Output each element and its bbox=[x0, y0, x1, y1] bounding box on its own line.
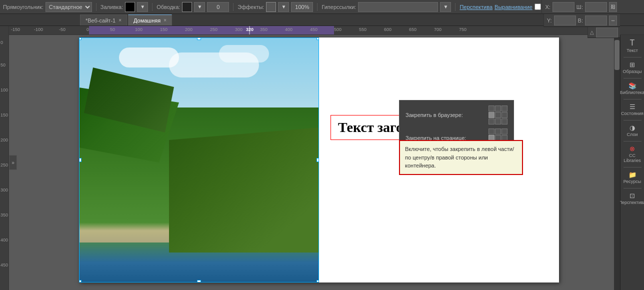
align-link[interactable]: Выравнивание bbox=[494, 4, 532, 10]
ruler-content: -150 -100 -50 0 50 100 150 200 250 300 3… bbox=[9, 26, 644, 34]
w-input[interactable]: 480 bbox=[585, 2, 607, 12]
page-anchor-cell-1[interactable] bbox=[488, 128, 494, 134]
ruler-mark-250: 250 bbox=[210, 27, 218, 32]
angle-triangle-icon: △ bbox=[590, 30, 594, 35]
perspective-link[interactable]: Перспектива bbox=[460, 4, 492, 10]
anchor-browser-row: Закрепить в браузере: bbox=[406, 106, 508, 124]
hyperlink-label: Гиперссылки: bbox=[322, 4, 356, 10]
ruler-center-label: 320 bbox=[246, 27, 254, 32]
tab-website-close[interactable]: × bbox=[118, 18, 122, 23]
ruler-mark-300: 300 bbox=[235, 27, 242, 32]
tooltip-description: Включите, чтобы закрепить в левой части/… bbox=[399, 140, 523, 175]
ruler-corner bbox=[0, 26, 9, 35]
h-label: В: bbox=[578, 18, 583, 24]
panel-sep-1 bbox=[624, 57, 642, 58]
stroke-label: Обводка: bbox=[156, 4, 180, 10]
layers-icon: ◑ bbox=[630, 124, 635, 131]
v-ruler-mark-0: 0 bbox=[0, 40, 3, 45]
ruler-mark-50: 50 bbox=[110, 27, 115, 32]
effects-swatch[interactable] bbox=[266, 2, 276, 12]
v-ruler-mark-150: 150 bbox=[0, 112, 8, 118]
opacity-input[interactable] bbox=[291, 2, 313, 12]
panel-item-cc[interactable]: ⊗ CC Libraries bbox=[622, 144, 642, 165]
tab-home-close[interactable]: × bbox=[164, 18, 166, 23]
y-input[interactable]: 0 bbox=[554, 16, 576, 26]
yh-props-strip: Y: 0 В: 799 ↔ bbox=[544, 14, 620, 27]
panel-item-states[interactable]: ☰ Состояния bbox=[622, 102, 642, 118]
stroke-width-input[interactable] bbox=[207, 2, 229, 12]
panel-sep-3 bbox=[624, 99, 642, 100]
panel-item-perspective[interactable]: ⊡ Перспектива bbox=[622, 190, 642, 207]
separator-1 bbox=[96, 3, 96, 11]
angle-input[interactable]: 0° bbox=[596, 28, 618, 38]
ruler-mark-500: 500 bbox=[334, 27, 342, 32]
canvas-area[interactable]: Текст заголовка Закрепить в браузере: bbox=[9, 35, 620, 290]
panel-item-samples[interactable]: ⊞ Образцы bbox=[622, 60, 642, 76]
ruler-mark-650: 650 bbox=[409, 27, 416, 32]
ruler-mark-750: 750 bbox=[459, 27, 466, 32]
h-input[interactable]: 799 bbox=[585, 16, 607, 26]
anchor-cell-6[interactable] bbox=[502, 112, 508, 118]
fill-swatch[interactable] bbox=[125, 2, 135, 12]
ruler-mark--50: -50 bbox=[59, 27, 66, 32]
tab-website[interactable]: *Веб-сайт-1 × bbox=[80, 14, 127, 26]
v-ruler-mark-50: 50 bbox=[0, 62, 6, 68]
ruler-mark--150: -150 bbox=[11, 27, 20, 32]
panel-item-assets[interactable]: 📁 Ресурсы bbox=[622, 170, 642, 186]
stroke-swatch[interactable] bbox=[182, 2, 192, 12]
panel-sep-7 bbox=[624, 188, 642, 188]
ruler-mark-200: 200 bbox=[185, 27, 192, 32]
page-anchor-cell-3[interactable] bbox=[502, 128, 508, 134]
ruler-mark-450: 450 bbox=[310, 27, 318, 32]
ruler-mark-400: 400 bbox=[285, 27, 292, 32]
anchor-cell-8[interactable] bbox=[495, 118, 501, 124]
ruler-mark-0: 0 bbox=[86, 27, 89, 32]
handle-bm bbox=[197, 280, 201, 282]
expand-arrow[interactable]: » bbox=[9, 155, 17, 170]
canvas-image-block[interactable] bbox=[79, 38, 319, 282]
chain-link-icon[interactable]: ⛓ bbox=[609, 2, 617, 12]
tooltip-text: Включите, чтобы закрепить в левой части/… bbox=[405, 146, 514, 168]
perspective-icon: ⊡ bbox=[630, 192, 635, 199]
v-scrollbar-thumb[interactable] bbox=[614, 40, 620, 70]
v-ruler-mark-100: 100 bbox=[0, 88, 8, 92]
handle-tl bbox=[79, 38, 82, 40]
hyperlink-input[interactable]: Добавить или фильтровать... bbox=[358, 2, 438, 12]
fill-dropdown-btn[interactable]: ▼ bbox=[137, 2, 148, 12]
fill-label: Заливка: bbox=[100, 4, 123, 10]
shape-type-select[interactable]: Стандартное bbox=[46, 2, 92, 12]
anchor-cell-2[interactable] bbox=[495, 106, 501, 112]
stroke-dropdown-btn[interactable]: ▼ bbox=[194, 2, 205, 12]
anchor-browser-label: Закрепить в браузере: bbox=[406, 112, 463, 118]
anchor-cell-4[interactable] bbox=[488, 112, 494, 118]
panel-sep-5 bbox=[624, 141, 642, 142]
effects-dropdown-btn[interactable]: ▼ bbox=[278, 2, 289, 12]
footer-checkbox[interactable] bbox=[534, 4, 541, 10]
effects-label: Эффекты: bbox=[238, 4, 264, 10]
v-scrollbar[interactable] bbox=[614, 35, 620, 290]
anchor-cell-5[interactable] bbox=[495, 112, 501, 118]
panel-item-text[interactable]: T Текст bbox=[622, 37, 642, 55]
panel-item-layers[interactable]: ◑ Слои bbox=[622, 122, 642, 139]
handle-br bbox=[316, 280, 319, 282]
page-anchor-cell-2[interactable] bbox=[495, 128, 501, 134]
y-label: Y: bbox=[547, 18, 552, 24]
handle-tr bbox=[316, 38, 319, 40]
ruler-mark-550: 550 bbox=[359, 27, 366, 32]
ruler-mark-150: 150 bbox=[160, 27, 168, 32]
anchor-cell-3[interactable] bbox=[502, 106, 508, 112]
anchor-cell-7[interactable] bbox=[488, 118, 494, 124]
handle-tm bbox=[197, 38, 201, 40]
anchor-cell-1[interactable] bbox=[488, 106, 494, 112]
panel-item-library[interactable]: 📚 Библиотека bbox=[622, 80, 642, 97]
constrain-icon[interactable]: ↔ bbox=[609, 16, 617, 26]
x-input[interactable]: 0 bbox=[552, 2, 574, 12]
shape-label: Прямоугольник: bbox=[3, 4, 44, 10]
hyperlink-dropdown-btn[interactable]: ▼ bbox=[440, 2, 451, 12]
tab-home[interactable]: Домашняя × bbox=[128, 14, 172, 26]
ruler-mark-100: 100 bbox=[135, 27, 142, 32]
anchor-browser-grid[interactable] bbox=[488, 106, 508, 124]
v-ruler-mark-350: 350 bbox=[0, 212, 8, 218]
anchor-cell-9[interactable] bbox=[502, 118, 508, 124]
v-ruler-mark-250: 250 bbox=[0, 162, 8, 168]
